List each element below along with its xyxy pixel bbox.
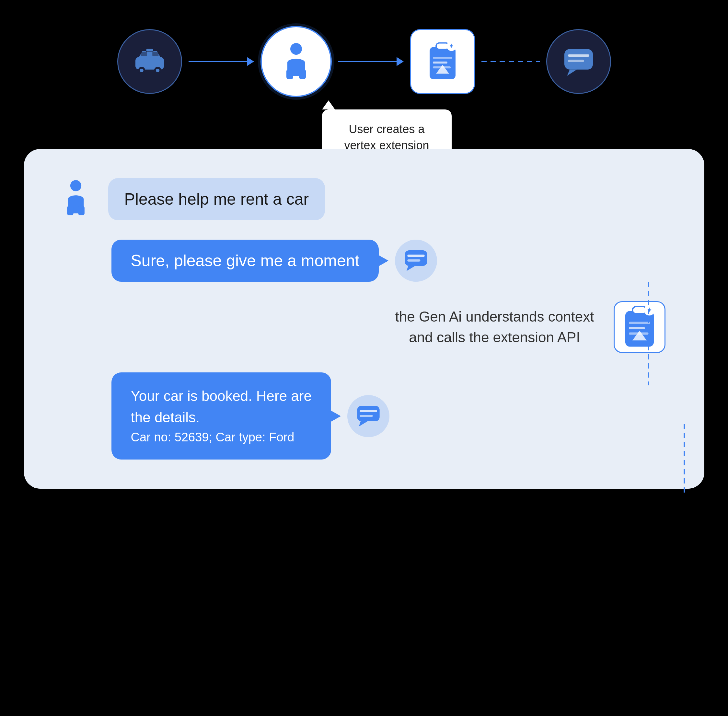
chat-node-top <box>546 29 611 94</box>
svg-rect-16 <box>433 62 447 64</box>
flow-diagram: ✦ <box>117 26 611 97</box>
svg-rect-24 <box>405 250 427 266</box>
svg-point-4 <box>140 69 143 72</box>
car-icon <box>132 47 167 76</box>
person-icon-chat <box>63 180 89 215</box>
chat-panel: Please help me rent a car Sure, please g… <box>24 149 704 488</box>
svg-rect-18 <box>564 49 593 70</box>
svg-rect-9 <box>286 69 293 79</box>
svg-rect-34 <box>357 406 379 421</box>
context-text: the Gen Ai understands context and calls… <box>395 306 594 348</box>
booking-bubble: Your car is booked. Here are the details… <box>111 372 331 460</box>
svg-rect-22 <box>67 206 73 215</box>
chat-icon-circle-2 <box>347 395 389 437</box>
vertex-extension-icon-top: ✦ <box>426 41 459 83</box>
svg-rect-20 <box>568 60 584 62</box>
ai-bubble-1: Sure, please give me a moment <box>111 240 379 282</box>
chat-icon-circle-1 <box>395 240 437 282</box>
ai-extension-node-top: ✦ <box>410 29 475 94</box>
vertex-extension-icon-chat: ✦ <box>622 304 657 350</box>
ai-extension-icon-chat: ✦ <box>614 301 666 353</box>
ai-response-text-1: Sure, please give me a moment <box>131 252 360 270</box>
chat-bubble-icon-2 <box>356 403 381 429</box>
svg-rect-31 <box>629 322 650 324</box>
context-row: the Gen Ai understands context and calls… <box>59 301 669 353</box>
svg-rect-2 <box>152 52 158 56</box>
user-avatar <box>59 178 92 217</box>
dashed-line-v1 <box>648 282 649 385</box>
dashed-line-v2 <box>684 424 685 495</box>
svg-rect-36 <box>360 415 372 417</box>
context-text-line2: and calls the extension API <box>409 329 580 345</box>
ai-response-row-1: Sure, please give me a moment <box>59 240 669 282</box>
svg-point-21 <box>70 180 81 191</box>
ai-response-row-2: Your car is booked. Here are the details… <box>59 372 669 460</box>
person-icon-top <box>281 42 311 81</box>
chat-area: Please help me rent a car Sure, please g… <box>59 178 669 460</box>
svg-rect-35 <box>360 410 377 412</box>
svg-rect-7 <box>146 49 153 52</box>
svg-rect-1 <box>141 52 147 56</box>
top-section: ✦ <box>0 0 728 149</box>
svg-rect-15 <box>433 57 452 59</box>
user-message-row: Please help me rent a car <box>59 178 669 220</box>
context-text-line1: the Gen Ai understands context <box>395 309 594 325</box>
flow-arrow-1 <box>188 57 254 66</box>
svg-point-6 <box>156 69 160 72</box>
flow-arrow-2 <box>338 57 404 66</box>
svg-point-8 <box>290 43 302 55</box>
user-message-text: Please help me rent a car <box>125 190 309 208</box>
chat-icon-top <box>561 44 596 79</box>
svg-text:✦: ✦ <box>449 42 454 50</box>
car-node <box>117 29 182 94</box>
svg-rect-25 <box>407 255 425 257</box>
svg-rect-26 <box>407 259 421 262</box>
callout-arrow <box>322 100 335 109</box>
person-node-top <box>260 26 332 97</box>
booking-line2: the details. <box>131 407 312 428</box>
svg-rect-10 <box>299 69 306 79</box>
booking-line1: Your car is booked. Here are <box>131 385 312 407</box>
svg-rect-19 <box>568 55 589 57</box>
booking-line3: Car no: 52639; Car type: Ford <box>131 428 312 447</box>
svg-rect-32 <box>629 327 645 329</box>
svg-text:✦: ✦ <box>646 306 652 314</box>
user-message-bubble: Please help me rent a car <box>108 178 325 220</box>
chat-bubble-icon-1 <box>403 248 429 274</box>
flow-arrow-dashed-top <box>482 61 540 62</box>
svg-rect-23 <box>78 206 85 215</box>
